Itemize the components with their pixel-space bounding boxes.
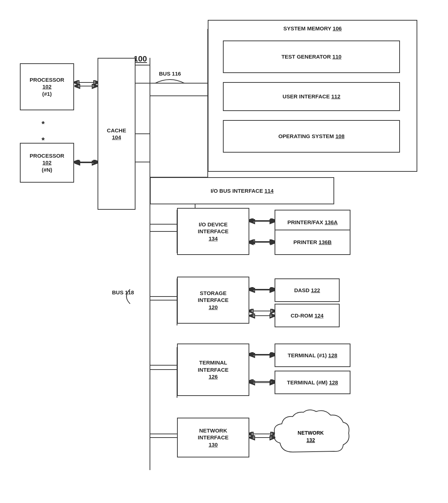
cache-box: CACHE 104 (98, 58, 135, 210)
dasd-box: DASD 122 (275, 278, 340, 302)
svg-text:132: 132 (306, 437, 315, 443)
terminal1-box: TERMINAL (#1) 128 (275, 344, 350, 367)
bus116-label: BUS 116 (159, 71, 181, 77)
cdrom-box: CD-ROM 124 (275, 304, 340, 327)
diagram-label: 100 (134, 54, 147, 64)
star1: * (42, 119, 45, 129)
storage-interface-box: STORAGE INTERFACE 120 (177, 277, 249, 324)
diagram: 100 BUS 116 BUS 118 PROCESSOR 102 (#1) *… (0, 0, 448, 503)
svg-text:NETWORK: NETWORK (298, 430, 324, 436)
test-generator-box: TEST GENERATOR 110 (223, 41, 400, 73)
network-cloud: NETWORK 132 (271, 409, 350, 461)
io-device-interface-box: I/O DEVICE INTERFACE 134 (177, 208, 249, 255)
network-interface-box: NETWORK INTERFACE 130 (177, 418, 249, 457)
terminalM-box: TERMINAL (#M) 128 (275, 371, 350, 394)
processorN-box: PROCESSOR 102 (#N) (20, 143, 74, 183)
system-memory-box: SYSTEM MEMORY 106 TEST GENERATOR 110 USE… (208, 20, 417, 172)
user-interface-box: USER INTERFACE 112 (223, 82, 400, 111)
printer-box: PRINTER 136B (275, 230, 350, 255)
bus118-label: BUS 118 (112, 289, 134, 295)
terminal-interface-box: TERMINAL INTERFACE 126 (177, 344, 249, 396)
processor1-box: PROCESSOR 102 (#1) (20, 63, 74, 110)
io-bus-interface-box: I/O BUS INTERFACE 114 (150, 177, 334, 204)
operating-system-box: OPERATING SYSTEM 108 (223, 120, 400, 153)
